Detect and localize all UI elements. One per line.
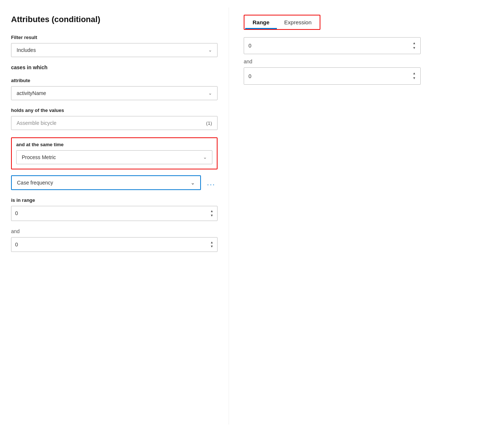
and-label-right: and [244,59,489,64]
cases-in-which-group: cases in which [11,64,218,70]
case-frequency-row: Case frequency ⌄ ... [11,175,218,190]
spinner-up-icon[interactable]: ▲ [413,41,416,46]
range-val1-spinner[interactable]: ▲ ▼ [210,209,213,218]
page-title: Attributes (conditional) [11,15,218,24]
tabs-container: Range Expression [244,15,320,30]
attribute-dropdown[interactable]: activityName ⌄ [11,86,218,100]
range-val2: 0 [15,242,18,247]
attribute-label: attribute [11,78,218,83]
right-panel: Range Expression 0 ▲ ▼ and 0 ▲ ▼ [229,7,504,425]
holds-values-count: (1) [206,120,212,126]
is-in-range-label: is in range [11,197,218,203]
and-same-time-section: and at the same time Process Metric ⌄ [11,137,218,169]
holds-values-placeholder: Assemble bicycle [17,120,56,126]
process-metric-dropdown[interactable]: Process Metric ⌄ [16,150,212,164]
spinner-up-icon[interactable]: ▲ [413,71,416,76]
holds-values-group: holds any of the values Assemble bicycle… [11,108,218,130]
holds-values-box[interactable]: Assemble bicycle (1) [11,116,218,130]
right-range-val2-spinner[interactable]: ▲ ▼ [413,71,416,80]
case-frequency-value: Case frequency [17,180,53,186]
right-range-val1: 0 [248,43,251,49]
tab-expression[interactable]: Expression [277,15,319,29]
range-val2-field[interactable]: 0 ▲ ▼ [11,237,218,252]
range-val1-field[interactable]: 0 ▲ ▼ [11,206,218,221]
process-metric-value: Process Metric [22,154,56,160]
more-options-button[interactable]: ... [205,177,218,189]
chevron-down-icon: ⌄ [208,91,212,96]
and-label-left: and [11,228,218,234]
spinner-down-icon[interactable]: ▼ [210,245,213,249]
chevron-down-icon: ⌄ [203,155,207,160]
tab-range[interactable]: Range [245,15,277,29]
filter-result-label: Filter result [11,35,218,40]
left-panel: Attributes (conditional) Filter result I… [0,7,229,425]
chevron-down-icon: ⌄ [191,180,195,186]
spinner-down-icon[interactable]: ▼ [413,46,416,50]
range-val2-spinner[interactable]: ▲ ▼ [210,240,213,249]
cases-in-which-label: cases in which [11,64,218,70]
right-range-val2-field[interactable]: 0 ▲ ▼ [244,67,421,84]
spinner-up-icon[interactable]: ▲ [210,209,213,213]
spinner-up-icon[interactable]: ▲ [210,240,213,245]
filter-result-value: Includes [17,47,36,53]
right-range-val1-spinner[interactable]: ▲ ▼ [413,41,416,50]
attribute-value: activityName [17,90,46,96]
right-range-val2: 0 [248,73,251,79]
filter-result-dropdown[interactable]: Includes ⌄ [11,43,218,57]
and-same-time-label: and at the same time [16,142,212,147]
spinner-down-icon[interactable]: ▼ [413,76,416,81]
chevron-down-icon: ⌄ [208,48,212,53]
filter-result-group: Filter result Includes ⌄ [11,35,218,57]
range-val1: 0 [15,210,18,216]
case-frequency-dropdown[interactable]: Case frequency ⌄ [11,175,201,190]
range-val2-group: 0 ▲ ▼ [11,237,218,252]
holds-values-label: holds any of the values [11,108,218,113]
attribute-group: attribute activityName ⌄ [11,78,218,100]
right-range-val1-field[interactable]: 0 ▲ ▼ [244,37,421,54]
is-in-range-group: is in range 0 ▲ ▼ [11,197,218,221]
spinner-down-icon[interactable]: ▼ [210,214,213,218]
